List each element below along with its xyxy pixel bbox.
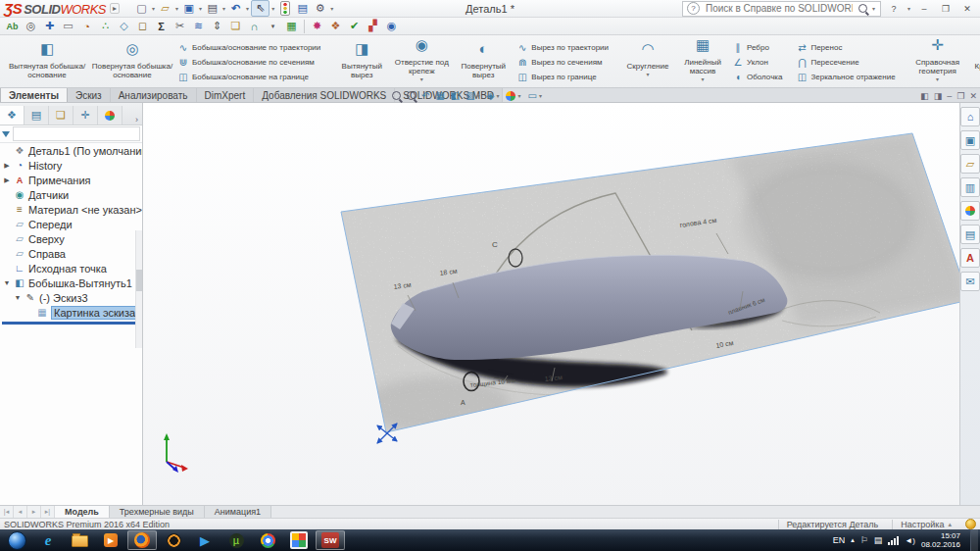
tree-item-front-plane[interactable]: ▱Спереди [0, 217, 142, 231]
view-sphere-icon[interactable]: ◉ [382, 19, 401, 34]
pane-left-button[interactable]: ◧ [920, 91, 929, 101]
tab-animation1[interactable]: Анимация1 [205, 506, 271, 518]
undo-dropdown[interactable]: ▾ [246, 5, 249, 12]
volume-icon[interactable]: ◄) [905, 536, 915, 545]
geometry-check-icon[interactable]: ◇ [115, 19, 133, 34]
tree-item-part-root[interactable]: ❖Деталь1 (По умолчанию<<По умол [0, 143, 142, 158]
settings-dropdown[interactable]: ▾ [330, 5, 333, 12]
tree-item-history[interactable]: ▶◔History [0, 158, 142, 173]
3d-drawing-view-icon[interactable]: ▦ [435, 90, 444, 101]
maximize-button[interactable]: ❐ [937, 2, 955, 16]
feature-filter-input[interactable] [13, 126, 140, 141]
new-file-button[interactable]: ▢ [133, 1, 150, 16]
solidworks-resources-icon[interactable]: ▣ [960, 130, 980, 150]
help-button[interactable]: ? [885, 2, 903, 16]
zoom-to-selection-icon[interactable]: ◎ [22, 19, 40, 34]
configuration-manager-tab[interactable]: ❏ [49, 106, 74, 125]
search-dropdown[interactable]: ▾ [872, 5, 875, 12]
solid-box-icon[interactable]: ◻ [133, 19, 152, 34]
open-file-button[interactable]: ▱ [157, 1, 173, 16]
open-file-dropdown[interactable]: ▾ [175, 5, 178, 12]
forum-icon[interactable]: ✉ [960, 272, 980, 291]
taskbar-solidworks[interactable]: SW [316, 530, 345, 550]
tree-scrollbar[interactable] [135, 230, 142, 348]
tree-item-boss-extrude[interactable]: ▼◧Бобышка-Вытянуть1 [0, 276, 142, 290]
curves-button[interactable]: ∿ Кривые ▾ [968, 43, 980, 80]
show-desktop-button[interactable] [970, 529, 978, 551]
taskbar-media-player[interactable]: ▶ [96, 530, 125, 550]
custom-properties-icon[interactable]: ▤ [960, 225, 980, 244]
linear-pattern-button[interactable]: ▦ Линейный массив ▾ [675, 39, 730, 85]
help-search-box[interactable]: ? ▾ [682, 1, 881, 17]
minimize-button[interactable]: – [915, 2, 933, 16]
network-icon[interactable] [888, 536, 899, 545]
appearances-scenes-icon[interactable] [960, 201, 980, 221]
dimxpert-manager-tab[interactable]: ✛ [74, 106, 98, 125]
print-button[interactable]: ▤ [204, 1, 220, 16]
taskbar-chrome[interactable] [253, 530, 282, 550]
doc-restore-button[interactable]: ❐ [956, 91, 964, 101]
mirror-button[interactable]: ◫Зеркальное отражение [794, 70, 897, 84]
action-flag-icon[interactable]: ⚐ [860, 535, 868, 545]
tab-nav-next[interactable]: ▸ [27, 506, 41, 518]
tree-item-sensors[interactable]: ◉Датчики [0, 187, 142, 202]
settings-gear-button[interactable]: ⚙ [312, 1, 328, 16]
tab-dimxpert[interactable]: DimXpert [197, 88, 255, 102]
tab-nav-last[interactable]: ▸| [41, 506, 55, 518]
taskbar-internet-explorer[interactable]: e [33, 530, 63, 550]
close-button[interactable]: ✕ [958, 2, 976, 16]
tree-item-sketch-picture[interactable]: ▦Картинка эскиза1 [0, 305, 142, 320]
taskbar-aimp[interactable] [159, 530, 188, 550]
feature-manager-tab[interactable]: ❖ [0, 106, 24, 125]
tree-item-material[interactable]: ≡Материал <не указан> [0, 202, 142, 217]
tab-model[interactable]: Модель [55, 506, 110, 518]
swept-cut-button[interactable]: ∿Вырез по траектории [514, 40, 611, 55]
select-button[interactable]: ⇖ [251, 0, 270, 17]
lofted-cut-button[interactable]: ⋒Вырез по сечениям [514, 55, 611, 70]
select-dropdown[interactable]: ▾ [271, 5, 274, 12]
preview-window-icon[interactable]: ▭ [59, 19, 77, 34]
tree-scrollbar-thumb[interactable] [136, 270, 142, 291]
tab-addins[interactable]: Добавления SOLIDWORKS [254, 88, 395, 102]
taskbar-app-grid[interactable] [284, 530, 314, 550]
edit-appearance-icon[interactable]: ✸ [308, 19, 326, 34]
flyout-dropdown-icon[interactable]: ▾ [264, 19, 282, 34]
view-settings-icon[interactable]: ▭▾ [528, 90, 543, 101]
design-library-icon[interactable]: ▱ [960, 154, 980, 174]
design-check-icon[interactable]: ✔ [345, 19, 364, 34]
pane-right-button[interactable]: ◨ [934, 91, 943, 101]
revolved-cut-button[interactable]: ◐ Повернутый вырез [452, 43, 514, 80]
deviation-comb-icon[interactable]: ∩ [245, 19, 264, 34]
spell-check-icon[interactable]: Ab [3, 19, 22, 34]
tray-clock[interactable]: 15:07 08.02.2016 [921, 531, 960, 549]
tab-features[interactable]: Элементы [0, 88, 68, 102]
file-explorer-icon[interactable]: ▥ [960, 177, 980, 197]
doc-close-button[interactable]: ✕ [969, 91, 977, 101]
save-dropdown[interactable]: ▾ [199, 5, 202, 12]
tab-nav-prev[interactable]: ◂ [14, 506, 27, 518]
options-list-button[interactable]: ▤ [294, 1, 311, 16]
search-input[interactable] [704, 2, 855, 15]
shell-button[interactable]: ◖Оболочка [730, 70, 784, 84]
tree-item-right-plane[interactable]: ▱Справа [0, 246, 142, 261]
tree-item-sketch3[interactable]: ▼✎(-) Эскиз3 [0, 290, 142, 305]
design-table-icon[interactable]: ▦ [282, 19, 301, 34]
doc-minimize-button[interactable]: – [947, 91, 952, 101]
graphics-viewport[interactable]: 13 см 18 см C голова 4 см плавник 6 см т… [143, 103, 959, 505]
copy-settings-icon[interactable]: ❏ [226, 19, 245, 34]
panel-tabs-chevron[interactable]: › [131, 115, 142, 125]
intersect-button[interactable]: ⋂Пересечение [794, 55, 897, 70]
display-manager-tab[interactable] [98, 106, 122, 125]
start-button[interactable] [2, 530, 31, 550]
hole-wizard-button[interactable]: ◉ Отверстие под крепеж ▾ [391, 39, 452, 85]
home-icon[interactable]: ⌂ [960, 107, 980, 126]
taskbar-utorrent[interactable]: µ [221, 530, 251, 550]
tree-item-annotations[interactable]: ▶AПримечания [0, 173, 142, 187]
section-view-icon[interactable]: ◧ [451, 90, 460, 101]
measure-tools-icon[interactable]: ✂ [171, 19, 189, 34]
customize-status[interactable]: Настройка▴ [892, 520, 959, 529]
undo-button[interactable]: ↶ [227, 1, 244, 16]
search-icon[interactable] [858, 4, 867, 13]
zoom-to-area-icon[interactable] [407, 91, 416, 100]
revolved-boss-button[interactable]: ◎ Повернутая бобышка/основание [89, 43, 175, 80]
